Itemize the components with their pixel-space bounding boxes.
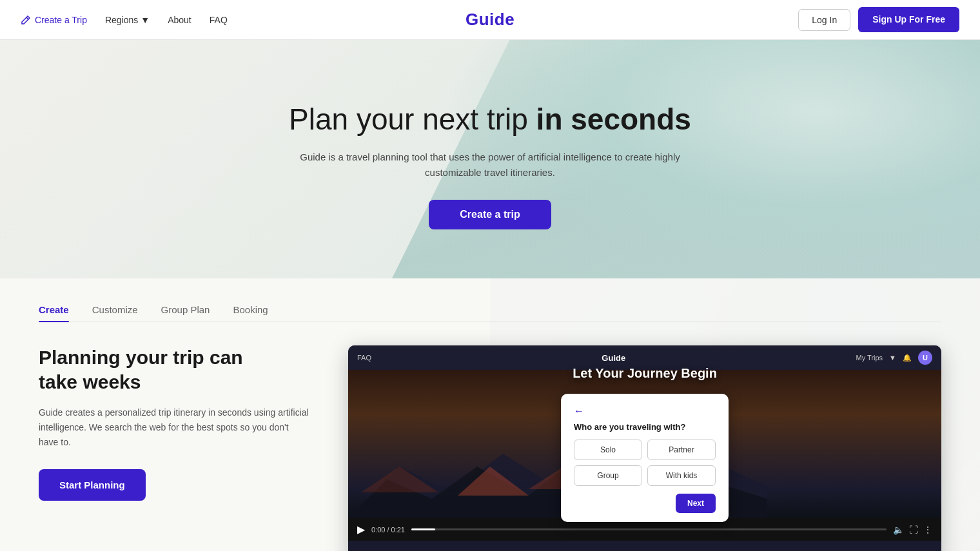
about-nav-link[interactable]: About	[168, 15, 191, 25]
option-partner[interactable]: Partner	[647, 440, 716, 460]
content-heading-line2: take weeks	[39, 371, 141, 392]
hero-section: Plan your next trip in seconds Guide is …	[0, 40, 980, 278]
tab-booking-label: Booking	[233, 304, 268, 315]
tab-customize[interactable]: Customize	[92, 304, 138, 322]
video-container: FAQ Guide My Trips ▼ 🔔 U	[348, 345, 941, 551]
modal-next-button[interactable]: Next	[676, 494, 716, 513]
start-planning-button[interactable]: Start Planning	[39, 469, 146, 501]
tab-group-plan-label: Group Plan	[161, 304, 210, 315]
video-my-trips: My Trips	[856, 354, 883, 362]
option-with-kids[interactable]: With kids	[647, 465, 716, 486]
content-left: Planning your trip can take weeks Guide …	[39, 345, 309, 501]
video-header-faq: FAQ	[357, 354, 371, 362]
tabs-nav: Create Customize Group Plan Booking	[39, 304, 941, 322]
faq-nav-link[interactable]: FAQ	[210, 15, 228, 25]
regions-dropdown[interactable]: Regions ▼	[105, 15, 150, 25]
signup-button[interactable]: Sign Up For Free	[858, 7, 959, 32]
hero-title: Plan your next trip in seconds	[289, 102, 691, 137]
nav-right: Log In Sign Up For Free	[798, 7, 959, 32]
chevron-down-icon: ▼	[141, 15, 150, 25]
video-progress-bar[interactable]	[411, 528, 887, 530]
bell-icon: 🔔	[903, 354, 912, 362]
pencil-icon	[21, 15, 31, 25]
hero-content: Plan your next trip in seconds Guide is …	[289, 102, 691, 229]
create-trip-nav-link[interactable]: Create a Trip	[21, 15, 87, 25]
hero-title-bold: in seconds	[536, 102, 691, 136]
content-area: Planning your trip can take weeks Guide …	[39, 345, 941, 551]
create-trip-label: Create a Trip	[35, 15, 87, 25]
volume-icon[interactable]: 🔈	[893, 525, 904, 535]
modal-back-button[interactable]: ←	[574, 405, 716, 417]
hero-subtitle: Guide is a travel planning tool that use…	[290, 150, 690, 180]
hero-title-normal: Plan your next trip	[289, 102, 528, 136]
brand-logo: Guide	[466, 10, 514, 29]
create-trip-hero-button[interactable]: Create a trip	[429, 200, 551, 229]
video-header-right: My Trips ▼ 🔔 U	[856, 351, 932, 365]
regions-label: Regions	[105, 15, 138, 25]
chevron-icon: ▼	[889, 354, 896, 362]
modal-options: Solo Partner Group With kids	[574, 440, 716, 486]
avatar: U	[918, 351, 932, 365]
tab-create-label: Create	[39, 304, 69, 315]
content-heading-line1: Planning your trip can	[39, 347, 243, 368]
video-right-controls: 🔈 ⛶ ⋮	[893, 525, 932, 535]
travel-modal: ← Who are you traveling with? Solo Partn…	[561, 394, 729, 522]
video-header-brand: Guide	[602, 353, 625, 363]
scene-title: Let Your Journey Begin	[573, 366, 717, 381]
video-time: 0:00 / 0:21	[371, 526, 405, 534]
option-group[interactable]: Group	[574, 465, 642, 486]
video-scene: Let Your Journey Begin ← Who are you tra…	[348, 370, 941, 518]
content-heading: Planning your trip can take weeks	[39, 345, 309, 394]
play-button[interactable]: ▶	[357, 523, 365, 536]
video-progress-fill	[411, 528, 435, 530]
tab-create[interactable]: Create	[39, 304, 69, 322]
content-description: Guide creates a personalized trip itiner…	[39, 405, 309, 450]
navbar: Create a Trip Regions ▼ About FAQ Guide …	[0, 0, 980, 40]
fullscreen-icon[interactable]: ⛶	[909, 525, 918, 535]
nav-brand: Guide	[466, 10, 514, 30]
tab-group-plan[interactable]: Group Plan	[161, 304, 210, 322]
tab-customize-label: Customize	[92, 304, 138, 315]
login-button[interactable]: Log In	[798, 9, 850, 31]
nav-left: Create a Trip Regions ▼ About FAQ	[21, 15, 228, 25]
tabs-section: Create Customize Group Plan Booking Plan…	[0, 278, 980, 551]
more-options-icon[interactable]: ⋮	[923, 525, 932, 535]
svg-marker-4	[361, 467, 438, 492]
option-solo[interactable]: Solo	[574, 440, 642, 460]
tab-booking[interactable]: Booking	[233, 304, 268, 322]
modal-question: Who are you traveling with?	[574, 422, 716, 432]
